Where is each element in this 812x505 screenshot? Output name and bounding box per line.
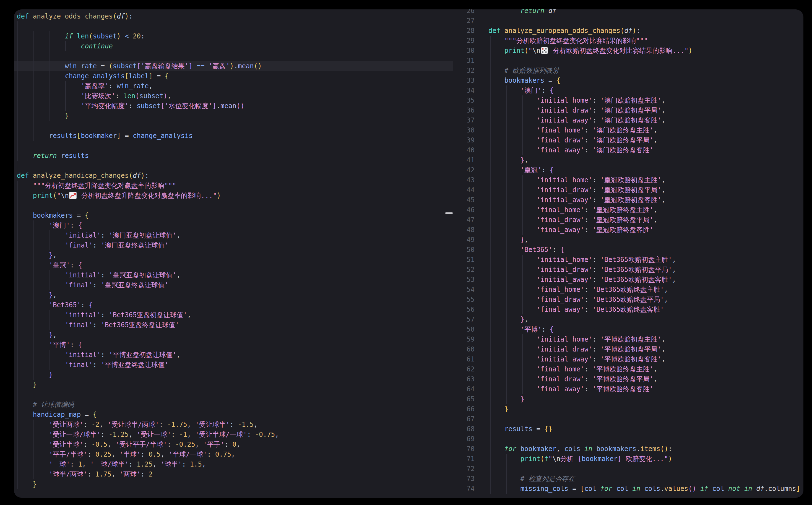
line-number[interactable]: 69	[453, 434, 475, 444]
left-editor-pane[interactable]: def analyze_odds_changes(df):if len(subs…	[14, 9, 453, 498]
line-number[interactable]: 49	[453, 235, 475, 245]
line-number[interactable]: 53	[453, 275, 475, 285]
line-number[interactable]: 55	[453, 295, 475, 305]
code-line[interactable]: win_rate = (subset['赢盘输盘结果'] == '赢盘').me…	[14, 61, 453, 71]
line-number[interactable]: 36	[453, 105, 475, 115]
code-line[interactable]: 'Bet365': {	[488, 245, 803, 255]
code-line[interactable]: '澳门': {	[14, 220, 453, 230]
code-line[interactable]: print("\n 分析初盘终盘升降盘变化对赢盘率的影响...")	[14, 191, 453, 200]
code-line[interactable]: if len(subset) < 20:	[14, 31, 453, 41]
code-line[interactable]: '平手/半球': 0.25, '半球': 0.5, '半球/一球': 0.75,	[14, 450, 453, 459]
code-line[interactable]: 'final_draw': '皇冠欧赔终盘平局',	[488, 215, 803, 225]
code-line[interactable]	[14, 141, 453, 151]
code-line[interactable]: 'final_draw': '平博欧赔终盘平局',	[488, 374, 803, 384]
code-line[interactable]: 'initial_away': 'Bet365欧赔初盘客胜',	[488, 275, 803, 285]
code-line[interactable]: 'initial_draw': '澳门欧赔初盘平局',	[488, 105, 803, 115]
code-line[interactable]: 'final': '皇冠亚盘终盘让球值'	[14, 280, 453, 290]
line-number[interactable]: 72	[453, 464, 475, 474]
line-number[interactable]: 57	[453, 314, 475, 324]
line-number[interactable]: 59	[453, 334, 475, 344]
code-line[interactable]: '皇冠': {	[488, 165, 803, 175]
code-line[interactable]: },	[488, 235, 803, 245]
line-number[interactable]: 71	[453, 454, 475, 464]
line-number[interactable]: 32	[453, 65, 475, 75]
line-number[interactable]: 42	[453, 165, 475, 175]
code-line[interactable]: # 欧赔数据列映射	[488, 65, 803, 75]
code-line[interactable]: def analyze_odds_changes(df):	[14, 11, 453, 21]
code-line[interactable]	[488, 55, 803, 65]
code-line[interactable]: 'final_away': '平博欧赔终盘客胜'	[488, 384, 803, 394]
code-line[interactable]: 'initial': '澳门亚盘初盘让球值',	[14, 230, 453, 240]
code-line[interactable]: 'initial': 'Bet365亚盘初盘让球值',	[14, 310, 453, 320]
code-line[interactable]: '平博': {	[14, 340, 453, 350]
line-number[interactable]: 67	[453, 414, 475, 424]
code-line[interactable]: return df	[488, 9, 803, 16]
code-line[interactable]: change_analysis[label] = {	[14, 71, 453, 81]
line-number[interactable]: 66	[453, 404, 475, 414]
line-number[interactable]: 64	[453, 384, 475, 394]
line-number[interactable]: 56	[453, 305, 475, 314]
code-line[interactable]: '皇冠': {	[14, 260, 453, 270]
code-line[interactable]: 'initial': '皇冠亚盘初盘让球值',	[14, 270, 453, 280]
code-line[interactable]: }	[14, 370, 453, 380]
code-line[interactable]: 'final_draw': 'Bet365欧赔终盘平局',	[488, 295, 803, 305]
line-number[interactable]: 61	[453, 354, 475, 364]
code-line[interactable]: '受让半球': -0.5, '受让平手/半球': -0.25, '平手': 0,	[14, 440, 453, 450]
overview-ruler-marker[interactable]	[445, 212, 453, 214]
code-line[interactable]: return results	[14, 151, 453, 161]
code-line[interactable]: results[bookmaker] = change_analysis	[14, 131, 453, 141]
code-line[interactable]: 'initial_home': '皇冠欧赔初盘主胜',	[488, 175, 803, 185]
code-line[interactable]: 'final': '平博亚盘终盘让球值'	[14, 360, 453, 370]
line-number[interactable]: 74	[453, 484, 475, 494]
code-line[interactable]: },	[488, 155, 803, 165]
line-number[interactable]: 26	[453, 9, 475, 16]
code-line[interactable]: print("\n 分析欧赔初盘终盘变化对比赛结果的影响...")	[488, 46, 803, 55]
code-line[interactable]	[14, 200, 453, 210]
line-number[interactable]: 28	[453, 26, 475, 36]
code-line[interactable]: }	[14, 111, 453, 121]
code-line[interactable]: 'final_home': 'Bet365欧赔终盘主胜',	[488, 285, 803, 295]
code-line[interactable]: bookmakers = {	[488, 75, 803, 86]
code-line[interactable]: 'final': 'Bet365亚盘终盘让球值'	[14, 320, 453, 330]
code-line[interactable]: """分析欧赔初盘终盘变化对比赛结果的影响"""	[488, 36, 803, 46]
code-line[interactable]: '受让一球/球半': -1.25, '受让一球': -1, '受让半球/一球':…	[14, 430, 453, 440]
code-line[interactable]: 'final': '澳门亚盘终盘让球值'	[14, 240, 453, 250]
code-line[interactable]: results = {}	[488, 424, 803, 434]
code-line[interactable]: 'initial_away': '平博欧赔初盘客胜',	[488, 354, 803, 364]
line-number[interactable]: 48	[453, 225, 475, 235]
code-line[interactable]	[14, 390, 453, 400]
code-line[interactable]	[14, 161, 453, 171]
code-line[interactable]: '澳门': {	[488, 86, 803, 96]
code-line[interactable]: missing_cols = [col for col in cols.valu…	[488, 484, 803, 494]
code-line[interactable]: 'initial_home': 'Bet365欧赔初盘主胜',	[488, 255, 803, 265]
line-number[interactable]: 62	[453, 364, 475, 374]
code-line[interactable]: '赢盘率': win_rate,	[14, 81, 453, 91]
line-number[interactable]: 27	[453, 16, 475, 26]
line-number[interactable]: 65	[453, 394, 475, 404]
code-line[interactable]: '比赛场次': len(subset),	[14, 91, 453, 101]
line-number[interactable]: 51	[453, 255, 475, 265]
line-number[interactable]: 35	[453, 96, 475, 105]
code-line[interactable]: 'final_away': 'Bet365欧赔终盘客胜'	[488, 305, 803, 314]
line-number[interactable]: 39	[453, 135, 475, 145]
line-number[interactable]: 31	[453, 55, 475, 65]
code-line[interactable]: handicap_map = {	[14, 409, 453, 419]
code-line[interactable]: 'initial_draw': '皇冠欧赔初盘平局',	[488, 185, 803, 195]
code-line[interactable]: continue	[14, 41, 453, 51]
code-line[interactable]: '一球': 1, '一球/球半': 1.25, '球半': 1.5,	[14, 459, 453, 469]
code-line[interactable]: print(f"\n分析 {bookmaker} 欧赔变化...")	[488, 454, 803, 464]
code-line[interactable]: 'final_away': '皇冠欧赔终盘客胜'	[488, 225, 803, 235]
code-line[interactable]: },	[14, 330, 453, 340]
line-number[interactable]: 73	[453, 474, 475, 484]
line-number[interactable]: 29	[453, 36, 475, 46]
code-line[interactable]	[488, 434, 803, 444]
code-line[interactable]: }	[488, 404, 803, 414]
line-number[interactable]: 52	[453, 265, 475, 275]
line-number[interactable]: 34	[453, 86, 475, 96]
line-number[interactable]: 47	[453, 215, 475, 225]
code-line[interactable]: 'Bet365': {	[14, 300, 453, 310]
line-number[interactable]: 45	[453, 195, 475, 205]
line-number[interactable]: 37	[453, 115, 475, 125]
code-line[interactable]: },	[488, 314, 803, 324]
code-line[interactable]	[488, 16, 803, 26]
